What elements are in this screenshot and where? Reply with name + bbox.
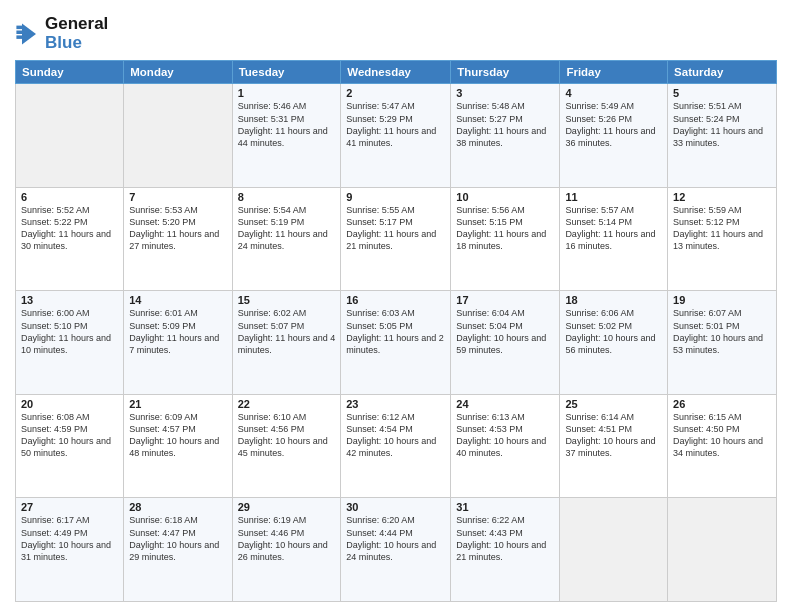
day-number: 23	[346, 398, 445, 410]
calendar-cell: 1Sunrise: 5:46 AM Sunset: 5:31 PM Daylig…	[232, 84, 341, 188]
calendar-cell	[560, 498, 668, 602]
calendar-cell: 17Sunrise: 6:04 AM Sunset: 5:04 PM Dayli…	[451, 291, 560, 395]
day-number: 15	[238, 294, 336, 306]
calendar-cell: 11Sunrise: 5:57 AM Sunset: 5:14 PM Dayli…	[560, 187, 668, 291]
calendar-cell: 21Sunrise: 6:09 AM Sunset: 4:57 PM Dayli…	[124, 394, 232, 498]
calendar-cell: 15Sunrise: 6:02 AM Sunset: 5:07 PM Dayli…	[232, 291, 341, 395]
calendar-week-row: 13Sunrise: 6:00 AM Sunset: 5:10 PM Dayli…	[16, 291, 777, 395]
day-info: Sunrise: 6:18 AM Sunset: 4:47 PM Dayligh…	[129, 514, 226, 563]
calendar-week-row: 6Sunrise: 5:52 AM Sunset: 5:22 PM Daylig…	[16, 187, 777, 291]
day-number: 27	[21, 501, 118, 513]
day-info: Sunrise: 6:12 AM Sunset: 4:54 PM Dayligh…	[346, 411, 445, 460]
day-header-tuesday: Tuesday	[232, 61, 341, 84]
logo-text-line1: General	[45, 15, 108, 34]
day-number: 14	[129, 294, 226, 306]
day-info: Sunrise: 6:08 AM Sunset: 4:59 PM Dayligh…	[21, 411, 118, 460]
day-info: Sunrise: 6:14 AM Sunset: 4:51 PM Dayligh…	[565, 411, 662, 460]
day-info: Sunrise: 6:06 AM Sunset: 5:02 PM Dayligh…	[565, 307, 662, 356]
day-header-sunday: Sunday	[16, 61, 124, 84]
day-info: Sunrise: 5:59 AM Sunset: 5:12 PM Dayligh…	[673, 204, 771, 253]
calendar-cell: 18Sunrise: 6:06 AM Sunset: 5:02 PM Dayli…	[560, 291, 668, 395]
logo: General Blue	[15, 15, 108, 52]
calendar-cell: 22Sunrise: 6:10 AM Sunset: 4:56 PM Dayli…	[232, 394, 341, 498]
calendar-cell: 12Sunrise: 5:59 AM Sunset: 5:12 PM Dayli…	[668, 187, 777, 291]
day-number: 19	[673, 294, 771, 306]
svg-rect-3	[16, 35, 22, 39]
day-number: 8	[238, 191, 336, 203]
calendar-header-row: SundayMondayTuesdayWednesdayThursdayFrid…	[16, 61, 777, 84]
day-info: Sunrise: 6:20 AM Sunset: 4:44 PM Dayligh…	[346, 514, 445, 563]
calendar-cell: 25Sunrise: 6:14 AM Sunset: 4:51 PM Dayli…	[560, 394, 668, 498]
calendar-cell: 20Sunrise: 6:08 AM Sunset: 4:59 PM Dayli…	[16, 394, 124, 498]
calendar-cell: 10Sunrise: 5:56 AM Sunset: 5:15 PM Dayli…	[451, 187, 560, 291]
calendar-week-row: 1Sunrise: 5:46 AM Sunset: 5:31 PM Daylig…	[16, 84, 777, 188]
day-header-wednesday: Wednesday	[341, 61, 451, 84]
day-number: 5	[673, 87, 771, 99]
calendar-cell: 19Sunrise: 6:07 AM Sunset: 5:01 PM Dayli…	[668, 291, 777, 395]
day-number: 24	[456, 398, 554, 410]
day-header-saturday: Saturday	[668, 61, 777, 84]
day-info: Sunrise: 6:15 AM Sunset: 4:50 PM Dayligh…	[673, 411, 771, 460]
day-info: Sunrise: 5:54 AM Sunset: 5:19 PM Dayligh…	[238, 204, 336, 253]
calendar-cell: 28Sunrise: 6:18 AM Sunset: 4:47 PM Dayli…	[124, 498, 232, 602]
day-info: Sunrise: 6:22 AM Sunset: 4:43 PM Dayligh…	[456, 514, 554, 563]
day-number: 2	[346, 87, 445, 99]
day-number: 11	[565, 191, 662, 203]
day-info: Sunrise: 5:49 AM Sunset: 5:26 PM Dayligh…	[565, 100, 662, 149]
day-number: 10	[456, 191, 554, 203]
day-number: 28	[129, 501, 226, 513]
day-info: Sunrise: 5:51 AM Sunset: 5:24 PM Dayligh…	[673, 100, 771, 149]
calendar-cell: 31Sunrise: 6:22 AM Sunset: 4:43 PM Dayli…	[451, 498, 560, 602]
calendar-week-row: 20Sunrise: 6:08 AM Sunset: 4:59 PM Dayli…	[16, 394, 777, 498]
calendar-cell	[668, 498, 777, 602]
day-number: 6	[21, 191, 118, 203]
day-number: 1	[238, 87, 336, 99]
day-info: Sunrise: 5:57 AM Sunset: 5:14 PM Dayligh…	[565, 204, 662, 253]
day-number: 18	[565, 294, 662, 306]
calendar-cell: 26Sunrise: 6:15 AM Sunset: 4:50 PM Dayli…	[668, 394, 777, 498]
logo-text-line2: Blue	[45, 34, 108, 53]
calendar-cell: 6Sunrise: 5:52 AM Sunset: 5:22 PM Daylig…	[16, 187, 124, 291]
calendar-cell: 9Sunrise: 5:55 AM Sunset: 5:17 PM Daylig…	[341, 187, 451, 291]
day-number: 16	[346, 294, 445, 306]
day-number: 13	[21, 294, 118, 306]
page-header: General Blue	[15, 10, 777, 52]
day-info: Sunrise: 5:48 AM Sunset: 5:27 PM Dayligh…	[456, 100, 554, 149]
calendar-cell: 30Sunrise: 6:20 AM Sunset: 4:44 PM Dayli…	[341, 498, 451, 602]
calendar-cell: 29Sunrise: 6:19 AM Sunset: 4:46 PM Dayli…	[232, 498, 341, 602]
day-number: 4	[565, 87, 662, 99]
day-number: 30	[346, 501, 445, 513]
day-info: Sunrise: 6:19 AM Sunset: 4:46 PM Dayligh…	[238, 514, 336, 563]
calendar-cell: 2Sunrise: 5:47 AM Sunset: 5:29 PM Daylig…	[341, 84, 451, 188]
calendar-cell: 3Sunrise: 5:48 AM Sunset: 5:27 PM Daylig…	[451, 84, 560, 188]
day-info: Sunrise: 5:52 AM Sunset: 5:22 PM Dayligh…	[21, 204, 118, 253]
day-info: Sunrise: 6:13 AM Sunset: 4:53 PM Dayligh…	[456, 411, 554, 460]
day-info: Sunrise: 5:47 AM Sunset: 5:29 PM Dayligh…	[346, 100, 445, 149]
day-number: 26	[673, 398, 771, 410]
day-header-monday: Monday	[124, 61, 232, 84]
day-number: 12	[673, 191, 771, 203]
day-number: 3	[456, 87, 554, 99]
day-info: Sunrise: 6:10 AM Sunset: 4:56 PM Dayligh…	[238, 411, 336, 460]
day-info: Sunrise: 6:09 AM Sunset: 4:57 PM Dayligh…	[129, 411, 226, 460]
day-info: Sunrise: 6:07 AM Sunset: 5:01 PM Dayligh…	[673, 307, 771, 356]
day-info: Sunrise: 6:17 AM Sunset: 4:49 PM Dayligh…	[21, 514, 118, 563]
calendar-cell: 8Sunrise: 5:54 AM Sunset: 5:19 PM Daylig…	[232, 187, 341, 291]
svg-rect-2	[16, 30, 22, 34]
day-number: 17	[456, 294, 554, 306]
calendar-cell: 5Sunrise: 5:51 AM Sunset: 5:24 PM Daylig…	[668, 84, 777, 188]
day-number: 21	[129, 398, 226, 410]
day-header-friday: Friday	[560, 61, 668, 84]
day-number: 7	[129, 191, 226, 203]
day-info: Sunrise: 6:00 AM Sunset: 5:10 PM Dayligh…	[21, 307, 118, 356]
svg-rect-1	[16, 25, 22, 29]
day-header-thursday: Thursday	[451, 61, 560, 84]
day-info: Sunrise: 5:46 AM Sunset: 5:31 PM Dayligh…	[238, 100, 336, 149]
day-info: Sunrise: 5:55 AM Sunset: 5:17 PM Dayligh…	[346, 204, 445, 253]
day-info: Sunrise: 6:02 AM Sunset: 5:07 PM Dayligh…	[238, 307, 336, 356]
day-info: Sunrise: 6:03 AM Sunset: 5:05 PM Dayligh…	[346, 307, 445, 356]
calendar-cell	[16, 84, 124, 188]
calendar-cell: 24Sunrise: 6:13 AM Sunset: 4:53 PM Dayli…	[451, 394, 560, 498]
day-number: 31	[456, 501, 554, 513]
calendar-cell: 27Sunrise: 6:17 AM Sunset: 4:49 PM Dayli…	[16, 498, 124, 602]
